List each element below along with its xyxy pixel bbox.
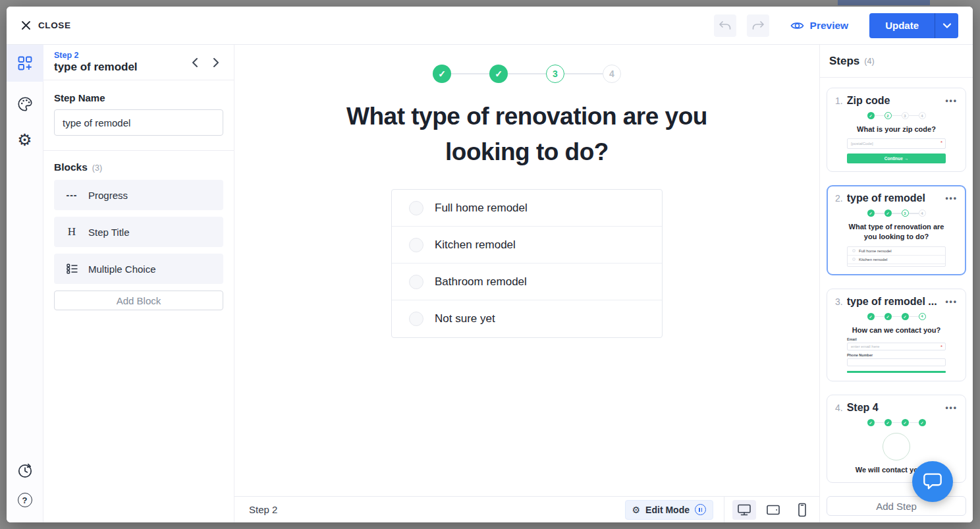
option-row[interactable]: Not sure yet [392,300,662,337]
block-item-progress[interactable]: --- Progress [54,180,223,210]
rail-item-blocks[interactable] [7,45,43,82]
preview-label: Preview [810,20,849,32]
step-card-zip-code[interactable]: 1. Zip code ••• ✓234 What is your zip co… [827,88,966,172]
body-area: ⚙ ? Step 2 type of remodel [7,45,973,522]
history-icon [16,462,34,480]
block-item-step-title[interactable]: H Step Title [54,217,223,247]
gear-icon: ⚙ [632,505,641,515]
more-options-icon[interactable]: ••• [945,194,958,203]
builder-window: CLOSE Preview [7,7,973,522]
mini-progress-stepper: ✓✓✓4 [867,313,926,320]
preview-canvas: ✓✓34 What type of renovation are you loo… [234,45,819,522]
canvas-footer: Step 2 ⚙ Edit Mode [234,496,819,522]
mobile-icon [798,503,807,517]
mini-heading: What is your zip code? [835,125,958,134]
option-label: Not sure yet [435,312,495,325]
mini-option-label: Full home remodel [859,249,892,253]
mini-placeholder: enter email here [851,345,879,348]
footer-divider [724,497,724,523]
next-step-button[interactable] [209,55,223,70]
tablet-view-button[interactable] [761,500,785,520]
heading-block-icon: H [65,225,79,238]
gear-icon: ⚙ [17,130,32,150]
add-step-button[interactable]: Add Step [827,496,966,516]
radio-icon [409,275,423,289]
eye-icon [790,20,804,31]
more-options-icon[interactable]: ••• [945,403,958,412]
mini-form-preview: Email enter email here * Phone Number [847,337,946,373]
step-card-type-of-remodel[interactable]: 2. type of remodel ••• ✓✓34 What type of… [827,185,966,275]
edit-mode-button[interactable]: ⚙ Edit Mode [625,500,713,520]
desktop-view-button[interactable] [732,500,756,520]
mini-field-label: Email [847,337,946,341]
update-split-button: Update [869,13,958,38]
rail-item-settings[interactable]: ⚙ [7,125,43,154]
mini-email-field: enter email here * [847,343,946,350]
tablet-icon [766,504,780,516]
rail-item-history[interactable] [7,457,43,486]
question-heading: What type of renovation are you looking … [319,99,734,169]
add-block-button[interactable]: Add Block [54,291,223,310]
more-options-icon[interactable]: ••• [945,96,958,105]
rail-item-design[interactable] [7,90,43,119]
background-page-strip [838,0,930,5]
mini-option-label: Bathroom remodel [859,266,891,267]
block-label: Progress [88,190,128,201]
step-card-contact[interactable]: 3. type of remodel ... ••• ✓✓✓4 How can … [827,289,966,381]
step-name-input[interactable] [54,109,223,136]
preview-button[interactable]: Preview [790,20,849,32]
palette-icon [16,96,34,113]
screen: CLOSE Preview [0,0,980,529]
chat-launcher-button[interactable] [912,461,953,502]
steps-panel: Steps (4) 1. Zip code ••• ✓234 [819,45,973,522]
mobile-view-button[interactable] [790,500,814,520]
chevron-right-icon [213,57,219,68]
radio-icon [409,201,423,215]
chat-bubble-icon [923,472,942,491]
step-card-title: type of remodel [847,192,942,204]
step-card-number: 3. [835,296,843,307]
undo-button[interactable] [714,14,736,37]
redo-button[interactable] [747,14,769,37]
prev-step-button[interactable] [188,55,202,70]
mini-progress-stepper: ✓234 [867,112,926,119]
chevron-left-icon [192,57,198,68]
chevron-down-icon [942,22,952,29]
mini-heading: How can we contact you? [835,325,958,335]
step-card-number: 4. [835,403,843,413]
update-dropdown-button[interactable] [935,13,958,38]
mini-radio-icon [852,249,856,252]
close-icon [21,20,31,30]
step-name-label: Step Name [54,92,223,103]
step-editor-panel: Step 2 type of remodel Step Name [43,45,234,522]
mini-progress-stepper: ✓✓34 [867,209,926,217]
steps-panel-header: Steps (4) [820,45,973,78]
step-title: type of remodel [54,61,138,74]
rail-item-help[interactable]: ? [7,486,43,515]
multiple-choice-block-icon [65,264,79,274]
option-row[interactable]: Full home remodel [392,190,662,227]
steps-title: Steps [829,55,859,68]
option-label: Full home remodel [435,202,528,215]
mini-options-preview: Full home remodel Kitchen remodel Bathro… [847,246,946,267]
progress-stepper: ✓✓34 [433,65,621,83]
blocks-count: (3) [92,163,102,173]
block-item-multiple-choice[interactable]: Multiple Choice [54,254,223,284]
steps-count: (4) [864,57,874,66]
footer-step-label: Step 2 [249,504,277,515]
step-number-label: Step 2 [54,51,138,60]
option-row[interactable]: Kitchen remodel [392,227,662,264]
mini-phone-field [847,358,946,366]
step-card-title: type of remodel ... [847,296,942,308]
step-card-number: 2. [835,193,843,204]
close-button[interactable]: CLOSE [21,20,71,30]
option-row[interactable]: Bathroom remodel [392,264,662,300]
mini-spinner-circle [883,433,910,460]
mini-submit-bar [847,371,946,373]
help-icon: ? [18,493,32,507]
more-options-icon[interactable]: ••• [945,297,958,306]
blocks-section: Blocks (3) --- Progress H Step Title [43,151,234,321]
radio-icon [409,312,423,326]
update-button[interactable]: Update [869,13,935,38]
option-label: Bathroom remodel [435,275,527,289]
